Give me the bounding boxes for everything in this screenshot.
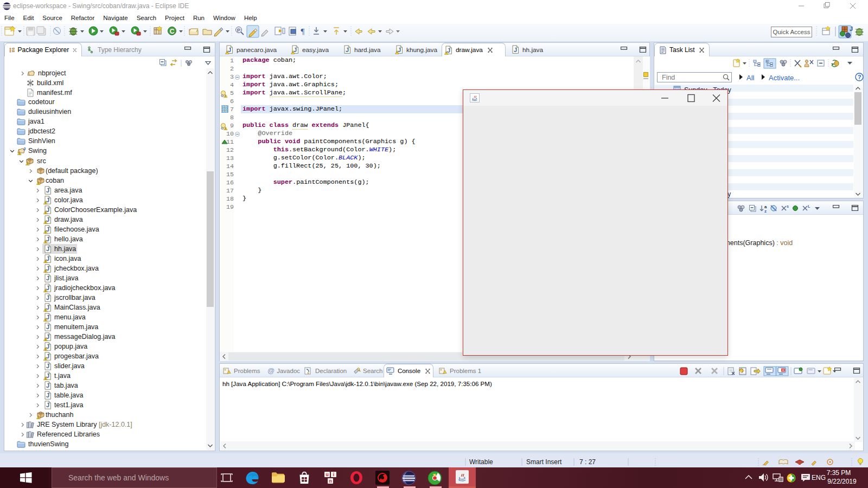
svg-text:?: ?: [858, 74, 861, 80]
svg-text:J: J: [293, 47, 297, 53]
svg-text:J: J: [514, 47, 517, 53]
svg-text:J: J: [23, 146, 25, 151]
svg-text:J: J: [46, 294, 49, 301]
svg-text:z: z: [764, 209, 767, 214]
svg-text:J: J: [447, 47, 450, 53]
svg-text:n: n: [329, 478, 331, 484]
svg-text:J: J: [850, 25, 853, 32]
svg-text:¶: ¶: [301, 27, 305, 36]
svg-text:u: u: [326, 472, 328, 477]
svg-text:J: J: [398, 47, 401, 53]
svg-text:J: J: [228, 47, 231, 53]
svg-text:J: J: [346, 47, 349, 53]
svg-text:J: J: [46, 324, 49, 330]
svg-text:J: J: [46, 363, 49, 369]
svg-text:J: J: [46, 275, 49, 281]
svg-text:J: J: [46, 382, 49, 389]
svg-text:L: L: [808, 204, 810, 208]
svg-text:J: J: [46, 187, 49, 194]
svg-text:J: J: [46, 246, 49, 252]
svg-text:P: P: [237, 28, 240, 33]
svg-text:J: J: [46, 402, 49, 408]
svg-text:s: s: [787, 204, 789, 208]
svg-text:J: J: [46, 392, 49, 399]
svg-text:C: C: [170, 28, 175, 35]
svg-text:i: i: [333, 472, 334, 477]
